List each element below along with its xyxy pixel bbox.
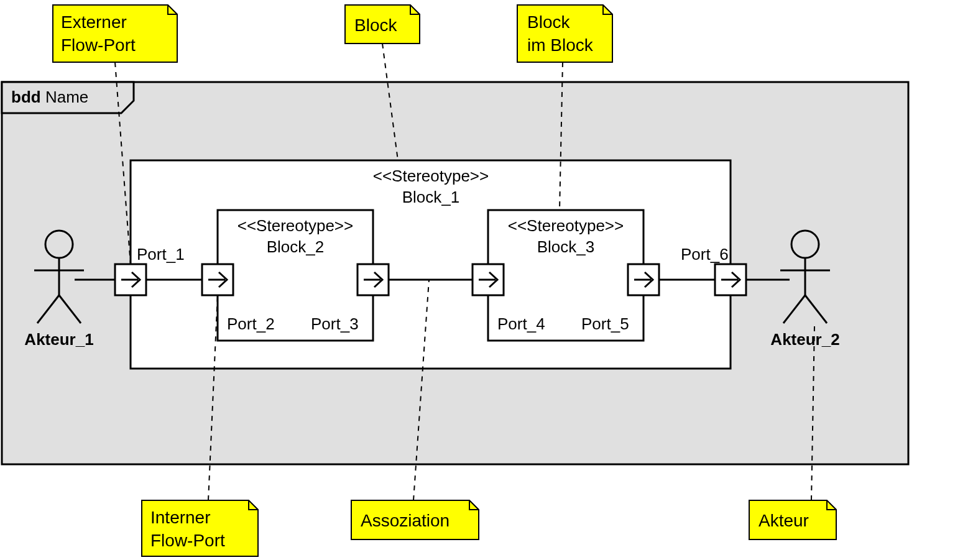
actor-1-label: Akteur_1 <box>24 330 93 349</box>
note-text: im Block <box>527 35 594 55</box>
note-akteur: Akteur <box>749 500 836 539</box>
note-text: Interner <box>150 508 211 527</box>
note-block: Block <box>345 5 420 44</box>
port-6 <box>715 264 746 295</box>
note-text: Akteur <box>759 511 809 530</box>
port-4-label: Port_4 <box>497 314 545 333</box>
port-3 <box>357 264 389 295</box>
note-text: Externer <box>61 12 127 32</box>
note-assoziation: Assoziation <box>351 500 479 539</box>
frame-kind: bdd Name <box>11 88 88 106</box>
note-text: Block <box>354 16 397 35</box>
block-2-name: Block_2 <box>267 237 325 256</box>
note-text: Flow-Port <box>150 531 225 550</box>
note-intern-flowport: Interner Flow-Port <box>142 500 258 556</box>
note-text: Block <box>527 12 570 32</box>
port-5 <box>628 264 659 295</box>
block-2-stereotype: <<Stereotype>> <box>237 216 353 235</box>
note-block-im-block: Block im Block <box>517 5 612 62</box>
note-text: Assoziation <box>361 511 450 530</box>
diagram-canvas: Externer Flow-Port Block Block im Block … <box>0 0 973 560</box>
port-2 <box>202 264 233 295</box>
note-extern-flowport: Externer Flow-Port <box>53 5 177 62</box>
port-3-label: Port_3 <box>311 314 359 333</box>
port-1-label: Port_1 <box>137 245 185 264</box>
port-1 <box>115 264 146 295</box>
actor-2-label: Akteur_2 <box>770 330 839 349</box>
block-3-name: Block_3 <box>537 237 595 256</box>
note-text: Flow-Port <box>61 35 136 55</box>
port-5-label: Port_5 <box>581 314 629 333</box>
port-2-label: Port_2 <box>227 314 275 333</box>
block-1-stereotype: <<Stereotype>> <box>373 167 489 185</box>
port-6-label: Port_6 <box>681 245 729 264</box>
block-1-name: Block_1 <box>402 188 460 206</box>
port-4 <box>473 264 504 295</box>
block-3-stereotype: <<Stereotype>> <box>508 216 624 235</box>
